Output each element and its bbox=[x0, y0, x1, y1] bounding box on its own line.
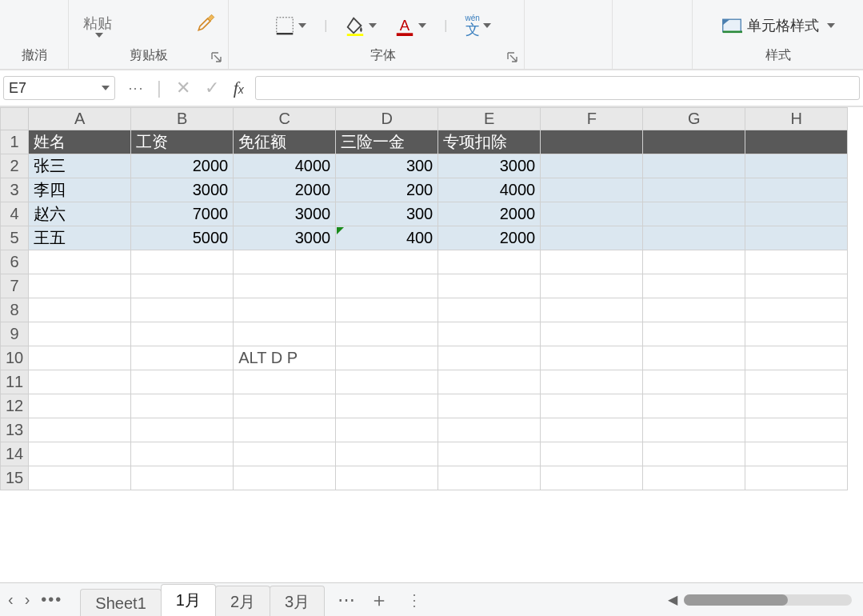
tab-nav-next[interactable]: › bbox=[25, 590, 30, 609]
cell[interactable] bbox=[541, 130, 643, 154]
cell-with-error-indicator[interactable]: 400 bbox=[336, 226, 438, 250]
tab-nav-more[interactable]: ••• bbox=[41, 590, 62, 609]
table-row[interactable]: 3 李四 3000 2000 200 4000 bbox=[1, 178, 848, 202]
col-header[interactable]: A bbox=[29, 108, 131, 130]
row-header[interactable]: 14 bbox=[1, 442, 29, 466]
format-painter-button[interactable] bbox=[196, 12, 217, 36]
cell-styles-button[interactable]: 单元格样式 bbox=[721, 15, 835, 36]
paste-dropdown[interactable]: 粘贴 bbox=[80, 12, 115, 39]
cell[interactable]: 200 bbox=[336, 178, 438, 202]
scroll-track[interactable] bbox=[684, 594, 852, 606]
cell[interactable] bbox=[541, 226, 643, 250]
row-header[interactable]: 10 bbox=[1, 346, 29, 370]
scroll-thumb[interactable] bbox=[684, 594, 788, 606]
add-sheet-button[interactable]: ＋ bbox=[370, 587, 389, 613]
cell[interactable] bbox=[745, 154, 848, 178]
row-header[interactable]: 2 bbox=[1, 154, 29, 178]
table-row[interactable]: 14 bbox=[1, 442, 848, 466]
col-header[interactable]: D bbox=[336, 108, 438, 130]
cell[interactable] bbox=[643, 178, 745, 202]
table-row[interactable]: 7 bbox=[1, 274, 848, 298]
table-row[interactable]: 9 bbox=[1, 322, 848, 346]
table-row[interactable]: 2 张三 2000 4000 300 3000 bbox=[1, 154, 848, 178]
cell[interactable] bbox=[541, 178, 643, 202]
sheet-tab[interactable]: 3月 bbox=[270, 586, 325, 617]
spreadsheet-grid[interactable]: A B C D E F G H 1 姓名 工资 免征额 三险一金 专项扣除 bbox=[0, 107, 848, 490]
sheet-tab[interactable]: 2月 bbox=[215, 586, 270, 617]
table-row[interactable]: 5 王五 5000 3000 400 2000 bbox=[1, 226, 848, 250]
tab-options-icon[interactable]: ⋮ bbox=[406, 590, 422, 610]
phonetic-guide-button[interactable]: wén 文 bbox=[465, 14, 490, 37]
scroll-left-icon[interactable]: ◀ bbox=[665, 592, 681, 608]
sheet-tab[interactable]: Sheet1 bbox=[80, 589, 161, 617]
row-header[interactable]: 8 bbox=[1, 298, 29, 322]
worksheet-area[interactable]: A B C D E F G H 1 姓名 工资 免征额 三险一金 专项扣除 bbox=[0, 107, 863, 582]
cell[interactable]: 免征额 bbox=[234, 130, 336, 154]
cell[interactable]: 3000 bbox=[438, 154, 541, 178]
accept-formula-button[interactable]: ✓ bbox=[205, 78, 219, 98]
cell[interactable]: 专项扣除 bbox=[438, 130, 541, 154]
cell[interactable]: 3000 bbox=[234, 202, 336, 226]
table-row[interactable]: 12 bbox=[1, 394, 848, 418]
cell[interactable]: 7000 bbox=[131, 202, 234, 226]
cell[interactable]: 5000 bbox=[131, 226, 234, 250]
table-row[interactable]: 13 bbox=[1, 418, 848, 442]
formula-input[interactable] bbox=[255, 76, 860, 100]
cell[interactable]: 2000 bbox=[438, 202, 541, 226]
cell[interactable]: 李四 bbox=[29, 178, 131, 202]
col-header[interactable]: B bbox=[131, 108, 234, 130]
cell[interactable]: 工资 bbox=[131, 130, 234, 154]
row-header[interactable]: 7 bbox=[1, 274, 29, 298]
cell[interactable]: 4000 bbox=[438, 178, 541, 202]
cell[interactable]: 2000 bbox=[234, 178, 336, 202]
cell[interactable]: 张三 bbox=[29, 154, 131, 178]
cell[interactable]: 4000 bbox=[234, 154, 336, 178]
row-header[interactable]: 13 bbox=[1, 418, 29, 442]
cell[interactable]: 2000 bbox=[131, 154, 234, 178]
tab-nav-prev[interactable]: ‹ bbox=[8, 590, 14, 609]
border-button[interactable] bbox=[274, 15, 306, 36]
row-header[interactable]: 11 bbox=[1, 370, 29, 394]
cell[interactable] bbox=[745, 202, 848, 226]
row-header[interactable]: 1 bbox=[1, 130, 29, 154]
cell[interactable]: 三险一金 bbox=[336, 130, 438, 154]
table-row[interactable]: 1 姓名 工资 免征额 三险一金 专项扣除 bbox=[1, 130, 848, 154]
col-header[interactable]: G bbox=[643, 108, 745, 130]
select-all-corner[interactable] bbox=[1, 108, 29, 130]
cell[interactable]: 300 bbox=[336, 154, 438, 178]
row-header[interactable]: 6 bbox=[1, 250, 29, 274]
cell[interactable] bbox=[643, 226, 745, 250]
col-header[interactable]: E bbox=[438, 108, 541, 130]
table-row[interactable]: 4 赵六 7000 3000 300 2000 bbox=[1, 202, 848, 226]
clipboard-dialog-launcher[interactable] bbox=[210, 51, 223, 64]
name-box[interactable]: E7 bbox=[3, 76, 115, 100]
row-header[interactable]: 3 bbox=[1, 178, 29, 202]
table-row[interactable]: 11 bbox=[1, 370, 848, 394]
cell[interactable] bbox=[541, 154, 643, 178]
cell[interactable] bbox=[745, 226, 848, 250]
undo-label[interactable]: 撤消 bbox=[6, 48, 62, 66]
cell[interactable]: 王五 bbox=[29, 226, 131, 250]
sheet-tab[interactable]: 1月 bbox=[161, 584, 216, 617]
font-dialog-launcher[interactable] bbox=[506, 51, 519, 64]
row-header[interactable]: 5 bbox=[1, 226, 29, 250]
cell[interactable]: ALT D P bbox=[234, 346, 336, 370]
cell[interactable] bbox=[541, 202, 643, 226]
cell[interactable]: 姓名 bbox=[29, 130, 131, 154]
fill-color-button[interactable] bbox=[345, 15, 377, 36]
fx-icon[interactable]: fx bbox=[234, 78, 244, 98]
table-row[interactable]: 8 bbox=[1, 298, 848, 322]
horizontal-scrollbar[interactable]: ◀ bbox=[422, 592, 855, 608]
tab-overflow-icon[interactable]: ⋯ bbox=[338, 590, 355, 610]
cell[interactable] bbox=[643, 130, 745, 154]
col-header[interactable]: C bbox=[234, 108, 336, 130]
col-header[interactable]: H bbox=[745, 108, 848, 130]
row-header[interactable]: 15 bbox=[1, 466, 29, 490]
cell[interactable]: 赵六 bbox=[29, 202, 131, 226]
font-color-button[interactable]: A bbox=[394, 15, 426, 36]
cell[interactable] bbox=[643, 202, 745, 226]
options-dots-icon[interactable]: ⋮ bbox=[127, 82, 145, 94]
table-row[interactable]: 10 ALT D P bbox=[1, 346, 848, 370]
table-row[interactable]: 6 bbox=[1, 250, 848, 274]
cell[interactable]: 3000 bbox=[131, 178, 234, 202]
